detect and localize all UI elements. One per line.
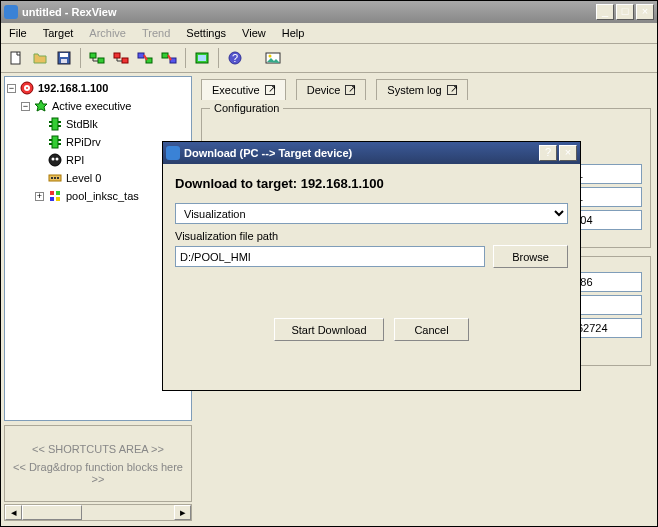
upload-icon[interactable] [158, 47, 180, 69]
svg-rect-28 [58, 139, 61, 141]
block-green-icon [47, 134, 63, 150]
svg-rect-40 [50, 197, 54, 201]
popout-icon[interactable] [265, 85, 275, 95]
task-icon [47, 188, 63, 204]
close-button[interactable]: × [636, 4, 654, 20]
svg-rect-8 [138, 53, 144, 58]
shortcuts-label2: << Drag&drop function blocks here >> [13, 461, 183, 485]
memory-input[interactable] [572, 318, 642, 338]
tree-label: Active executive [52, 100, 131, 112]
start-download-button[interactable]: Start Download [274, 318, 384, 341]
tree-root[interactable]: − 192.168.1.100 [7, 79, 189, 97]
tabs: Executive Device System log [201, 79, 651, 100]
refresh-icon[interactable] [191, 47, 213, 69]
svg-rect-39 [56, 191, 60, 195]
svg-point-20 [26, 87, 28, 89]
scroll-right-icon[interactable]: ▸ [174, 505, 191, 520]
svg-rect-6 [114, 53, 120, 58]
download-type-select[interactable]: Visualization [175, 203, 568, 224]
cancel-button[interactable]: Cancel [394, 318, 469, 341]
minimize-button[interactable]: _ [596, 4, 614, 20]
archives-input[interactable] [572, 164, 642, 184]
connect-red-icon[interactable] [110, 47, 132, 69]
tab-label: System log [387, 84, 441, 96]
device-icon [47, 152, 63, 168]
group-title: Configuration [210, 102, 283, 114]
svg-rect-27 [49, 139, 52, 141]
svg-rect-37 [57, 177, 59, 179]
shortcuts-area[interactable]: << SHORTCUTS AREA >> << Drag&drop functi… [4, 425, 192, 502]
browse-button[interactable]: Browse [493, 245, 568, 268]
help-button[interactable]: ? [539, 145, 557, 161]
connect-green-icon[interactable] [86, 47, 108, 69]
menu-trend[interactable]: Trend [134, 25, 178, 41]
new-icon[interactable] [5, 47, 27, 69]
download-dialog: Download (PC --> Target device) ? × Down… [162, 141, 581, 391]
popout-icon[interactable] [447, 85, 457, 95]
svg-rect-25 [58, 125, 61, 127]
svg-rect-3 [61, 59, 67, 63]
tab-systemlog[interactable]: System log [376, 79, 467, 100]
scroll-thumb[interactable] [22, 505, 82, 520]
svg-point-17 [269, 55, 272, 58]
scroll-left-icon[interactable]: ◂ [5, 505, 22, 520]
tree-item-label: Level 0 [66, 172, 101, 184]
dialog-icon [166, 146, 180, 160]
tab-label: Device [307, 84, 341, 96]
svg-rect-13 [198, 55, 206, 61]
svg-rect-23 [58, 121, 61, 123]
popout-icon[interactable] [345, 85, 355, 95]
svg-rect-5 [98, 58, 104, 63]
menu-help[interactable]: Help [274, 25, 313, 41]
path-label: Visualization file path [175, 230, 568, 242]
block-green-icon [47, 116, 63, 132]
target-icon [19, 80, 35, 96]
window-title: untitled - RexView [22, 6, 594, 18]
svg-rect-41 [56, 197, 60, 201]
svg-rect-4 [90, 53, 96, 58]
app-icon [4, 5, 18, 19]
svg-rect-36 [54, 177, 56, 179]
svg-point-33 [56, 158, 59, 161]
path-input[interactable] [175, 246, 485, 267]
svg-point-31 [49, 154, 61, 166]
toolbar: ? [1, 44, 657, 73]
levels-input[interactable] [572, 187, 642, 207]
svg-rect-29 [49, 143, 52, 145]
tree-item-label: StdBlk [66, 118, 98, 130]
main-titlebar: untitled - RexView _ □ × [1, 1, 657, 23]
expand-icon[interactable]: + [35, 192, 44, 201]
svg-rect-7 [122, 58, 128, 63]
svg-point-32 [52, 158, 55, 161]
save-icon[interactable] [53, 47, 75, 69]
shortcuts-label1: << SHORTCUTS AREA >> [13, 443, 183, 455]
svg-rect-2 [60, 53, 68, 57]
collapse-icon[interactable]: − [7, 84, 16, 93]
tree-item-label: RPI [66, 154, 84, 166]
svg-rect-38 [50, 191, 54, 195]
collapse-icon[interactable]: − [21, 102, 30, 111]
download-icon[interactable] [134, 47, 156, 69]
menu-view[interactable]: View [234, 25, 274, 41]
menu-file[interactable]: File [1, 25, 35, 41]
menubar: File Target Archive Trend Settings View … [1, 23, 657, 44]
tab-executive[interactable]: Executive [201, 79, 286, 100]
tree-item[interactable]: StdBlk [7, 115, 189, 133]
menu-settings[interactable]: Settings [178, 25, 234, 41]
picture-icon[interactable] [262, 47, 284, 69]
open-icon[interactable] [29, 47, 51, 69]
svg-rect-21 [52, 118, 58, 130]
svg-rect-10 [162, 53, 168, 58]
menu-target[interactable]: Target [35, 25, 82, 41]
maximize-button[interactable]: □ [616, 4, 634, 20]
svg-text:?: ? [232, 52, 238, 64]
help-icon[interactable]: ? [224, 47, 246, 69]
tree-item-label: pool_inksc_tas [66, 190, 139, 202]
close-dialog-button[interactable]: × [559, 145, 577, 161]
tab-device[interactable]: Device [296, 79, 367, 100]
tree-active-exec[interactable]: − Active executive [7, 97, 189, 115]
tab-label: Executive [212, 84, 260, 96]
svg-rect-24 [49, 125, 52, 127]
menu-archive[interactable]: Archive [81, 25, 134, 41]
scrollbar[interactable]: ◂ ▸ [4, 504, 192, 521]
